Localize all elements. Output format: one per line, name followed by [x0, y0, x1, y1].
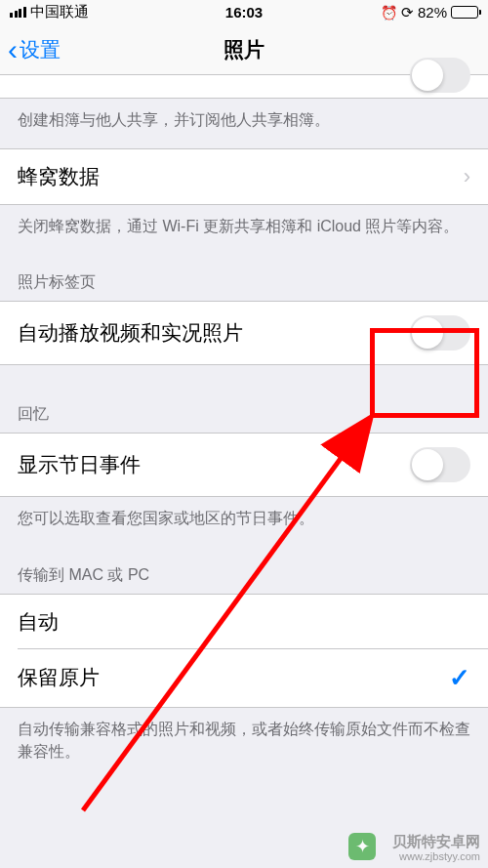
battery-percent: 82% [418, 4, 447, 21]
back-label: 设置 [20, 36, 61, 63]
transfer-auto-cell[interactable]: 自动 [0, 594, 488, 649]
watermark-name: 贝斯特安卓网 [392, 833, 480, 850]
watermark: 贝斯特安卓网 www.zjbstyy.com [392, 833, 480, 863]
cellular-data-label: 蜂窝数据 [18, 163, 100, 190]
page-title: 照片 [224, 36, 264, 63]
transfer-keep-original-label: 保留原片 [18, 664, 100, 691]
transfer-keep-original-cell[interactable]: 保留原片 ✓ [0, 649, 488, 708]
checkmark-icon: ✓ [449, 663, 470, 693]
autoplay-label: 自动播放视频和实况照片 [18, 319, 243, 347]
cellular-data-cell[interactable]: 蜂窝数据 › [0, 148, 488, 205]
photos-tab-header: 照片标签页 [0, 255, 488, 301]
cellular-data-footer: 关闭蜂窝数据，通过 Wi-Fi 更新共享相簿和 iCloud 照片等内容。 [0, 205, 488, 255]
watermark-url: www.zjbstyy.com [392, 850, 480, 863]
transfer-header: 传输到 MAC 或 PC [0, 548, 488, 594]
shared-albums-toggle[interactable] [410, 58, 470, 93]
shared-albums-footer: 创建相簿与他人共享，并订阅他人共享相簿。 [0, 99, 488, 148]
autoplay-toggle[interactable] [410, 315, 470, 351]
alarm-icon: ⏰ [381, 5, 397, 21]
memories-header: 回忆 [0, 365, 488, 433]
show-holidays-cell[interactable]: 显示节日事件 [0, 433, 488, 497]
carrier-label: 中国联通 [30, 3, 89, 21]
chevron-left-icon: ‹ [8, 35, 18, 64]
battery-icon [451, 6, 478, 19]
shared-albums-cell-partial[interactable] [0, 75, 488, 99]
watermark-icon: ✦ [348, 833, 376, 860]
transfer-auto-label: 自动 [18, 608, 59, 636]
orientation-lock-icon: ⟳ [401, 4, 414, 21]
memories-footer: 您可以选取查看您国家或地区的节日事件。 [0, 497, 488, 547]
signal-icon [10, 7, 26, 18]
status-time: 16:03 [225, 4, 263, 21]
back-button[interactable]: ‹ 设置 [0, 35, 68, 64]
show-holidays-toggle[interactable] [410, 447, 470, 482]
transfer-footer: 自动传输兼容格式的照片和视频，或者始终传输原始文件而不检查兼容性。 [0, 708, 488, 780]
chevron-right-icon: › [464, 164, 470, 189]
show-holidays-label: 显示节日事件 [18, 451, 141, 478]
autoplay-cell[interactable]: 自动播放视频和实况照片 [0, 301, 488, 365]
status-bar: 中国联通 16:03 ⏰ ⟳ 82% [0, 0, 488, 24]
